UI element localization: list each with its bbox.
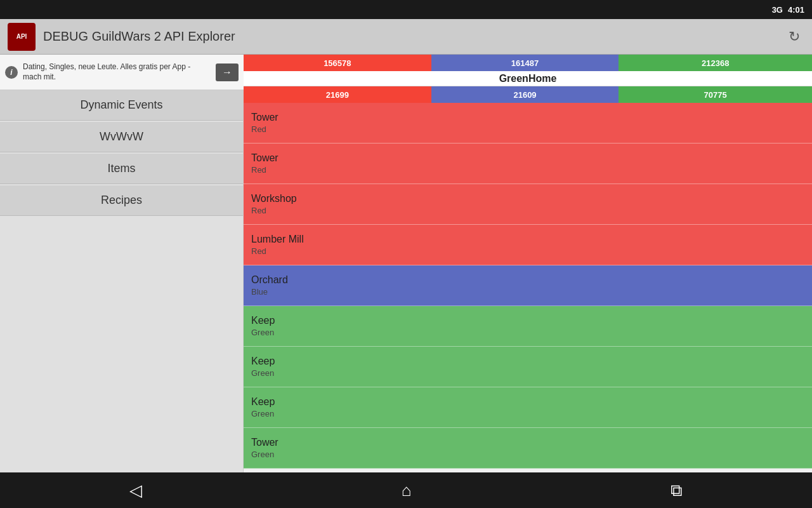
list-item[interactable]: Lumber MillRed <box>244 225 812 265</box>
list-item-team: Red <box>251 246 804 256</box>
time-display: 4:01 <box>788 5 804 15</box>
app-icon: API <box>8 23 36 51</box>
list-item-name: Keep <box>251 315 804 326</box>
wvw-list: TowerRedTowerRedWorkshopRedLumber MillRe… <box>244 103 812 469</box>
sidebar: i Dating, Singles, neue Leute. Alles gra… <box>0 55 244 472</box>
list-item-name: Keep <box>251 396 804 408</box>
sidebar-item-recipes[interactable]: Recipes <box>0 185 243 216</box>
list-item-name: Workshop <box>251 193 804 204</box>
list-item[interactable]: TowerRed <box>244 103 812 144</box>
list-item[interactable]: OrchardBlue <box>244 265 812 306</box>
refresh-button[interactable]: ↻ <box>784 27 804 47</box>
network-indicator: 3G <box>772 5 783 15</box>
list-item[interactable]: KeepGreen <box>244 387 812 428</box>
sidebar-item-items[interactable]: Items <box>0 154 243 184</box>
ad-info-icon: i <box>5 66 18 79</box>
list-item-team: Green <box>251 450 804 459</box>
ad-text: Dating, Singles, neue Leute. Alles grati… <box>23 62 211 82</box>
list-item-name: Tower <box>251 152 804 164</box>
top-score-row: 156578 161487 212368 <box>244 55 812 71</box>
list-item[interactable]: WorkshopRed <box>244 184 812 225</box>
map-title: GreenHome <box>244 71 812 86</box>
list-item-name: Keep <box>251 356 804 367</box>
back-button[interactable]: ◁ <box>129 481 142 500</box>
list-item-name: Lumber Mill <box>251 234 804 245</box>
map-score-row: 21699 21609 70775 <box>244 86 812 103</box>
ad-arrow-button[interactable]: → <box>216 64 239 81</box>
list-item[interactable]: KeepGreen <box>244 306 812 347</box>
list-item[interactable]: KeepGreen <box>244 347 812 387</box>
list-item-team: Red <box>251 165 804 175</box>
blue-score-map: 21609 <box>431 86 619 103</box>
ad-banner: i Dating, Singles, neue Leute. Alles gra… <box>0 55 244 90</box>
green-score-top: 212368 <box>619 55 812 71</box>
list-item-team: Green <box>251 409 804 418</box>
recents-button[interactable]: ⧉ <box>671 481 683 500</box>
list-item[interactable]: TowerRed <box>244 144 812 184</box>
sidebar-item-wvwvw[interactable]: WvWvW <box>0 122 243 152</box>
list-item-team: Red <box>251 206 804 215</box>
status-bar: 3G 4:01 <box>0 0 812 19</box>
list-item-name: Tower <box>251 112 804 123</box>
bottom-nav: ◁ ⌂ ⧉ <box>0 472 812 508</box>
main-content: 156578 161487 212368 GreenHome 21699 216… <box>244 55 812 472</box>
list-item-name: Orchard <box>251 274 804 286</box>
list-item-team: Green <box>251 328 804 337</box>
app-bar: API DEBUG GuildWars 2 API Explorer ↻ <box>0 19 812 55</box>
blue-score-top: 161487 <box>431 55 619 71</box>
list-item-team: Green <box>251 368 804 378</box>
list-item[interactable]: TowerGreen <box>244 428 812 469</box>
home-button[interactable]: ⌂ <box>402 481 412 500</box>
app-title: DEBUG GuildWars 2 API Explorer <box>43 29 784 44</box>
green-score-map: 70775 <box>619 86 812 103</box>
red-score-map: 21699 <box>244 86 431 103</box>
list-item-name: Tower <box>251 437 804 448</box>
list-item-team: Red <box>251 124 804 134</box>
sidebar-item-dynamic-events[interactable]: Dynamic Events <box>0 90 243 121</box>
red-score-top: 156578 <box>244 55 431 71</box>
list-item-team: Blue <box>251 287 804 297</box>
